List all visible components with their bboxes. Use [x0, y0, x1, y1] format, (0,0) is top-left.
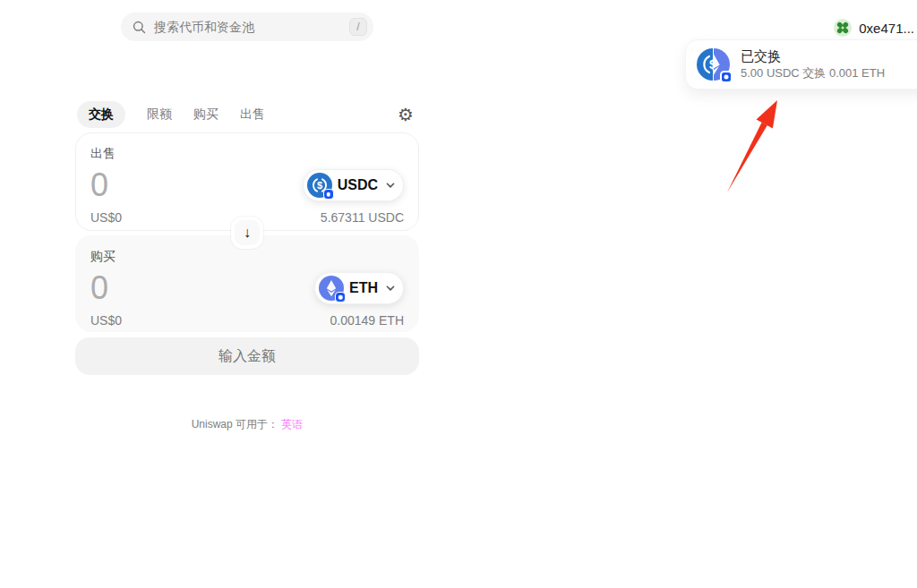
- sell-token-selector[interactable]: $ USDC: [303, 169, 404, 201]
- wallet-avatar-icon: [834, 19, 852, 37]
- usdc-eth-pair-icon: $: [697, 47, 731, 81]
- sell-token-balance[interactable]: 5.67311 USDC: [321, 210, 404, 225]
- buy-token-symbol: ETH: [349, 280, 378, 296]
- tab-limit[interactable]: 限额: [147, 107, 172, 123]
- annotation-arrow-icon: [716, 93, 788, 199]
- arrow-down-icon: ↓: [244, 225, 251, 241]
- network-badge-icon: [335, 292, 346, 303]
- eth-token-icon: [319, 276, 344, 301]
- availability-text: Uniswap 可用于：: [192, 418, 279, 430]
- buy-token-balance: 0.00149 ETH: [330, 313, 405, 328]
- buy-label: 购买: [90, 249, 404, 265]
- svg-text:$: $: [709, 57, 712, 72]
- chevron-down-icon: [383, 178, 398, 192]
- swap-success-toast[interactable]: $ 已交换 5.00 USDC 交换 0.001 ETH: [685, 39, 917, 89]
- sell-fiat-value: US$0: [90, 210, 122, 225]
- enter-amount-button[interactable]: 输入金额: [75, 337, 419, 375]
- sell-token-symbol: USDC: [338, 177, 378, 193]
- usdc-token-icon: $: [307, 173, 332, 198]
- buy-token-selector[interactable]: ETH: [314, 272, 404, 304]
- buy-amount-input[interactable]: 0: [90, 272, 108, 304]
- token-search-bar[interactable]: /: [121, 13, 373, 41]
- tab-buy[interactable]: 购买: [193, 107, 219, 123]
- settings-gear-icon[interactable]: ⚙: [398, 106, 419, 124]
- tab-sell[interactable]: 出售: [240, 107, 265, 123]
- toast-subtitle: 5.00 USDC 交换 0.001 ETH: [741, 65, 885, 81]
- network-badge-icon: [720, 71, 733, 83]
- buy-fiat-value: US$0: [90, 313, 122, 328]
- search-icon: [132, 20, 147, 35]
- svg-text:$: $: [317, 180, 322, 191]
- chevron-down-icon: [383, 281, 398, 295]
- swap-tabs: 交换 限额 购买 出售 ⚙: [75, 101, 419, 128]
- wallet-account-button[interactable]: 0xe471...: [834, 17, 914, 38]
- swap-direction-button[interactable]: ↓: [231, 217, 263, 249]
- toast-title: 已交换: [741, 48, 885, 65]
- network-badge-icon: [323, 189, 334, 200]
- language-availability-note: Uniswap 可用于： 英语: [75, 417, 419, 432]
- sell-amount-input[interactable]: 0: [90, 169, 108, 201]
- buy-panel: 购买 0 ETH: [75, 235, 419, 332]
- wallet-address: 0xe471...: [859, 21, 914, 36]
- sell-label: 出售: [90, 146, 404, 162]
- search-input[interactable]: [154, 20, 342, 34]
- keyboard-shortcut-badge: /: [349, 18, 367, 36]
- tab-swap[interactable]: 交换: [77, 101, 125, 128]
- language-link[interactable]: 英语: [281, 418, 303, 430]
- swap-widget: 交换 限额 购买 出售 ⚙ 出售 0 $: [75, 101, 419, 375]
